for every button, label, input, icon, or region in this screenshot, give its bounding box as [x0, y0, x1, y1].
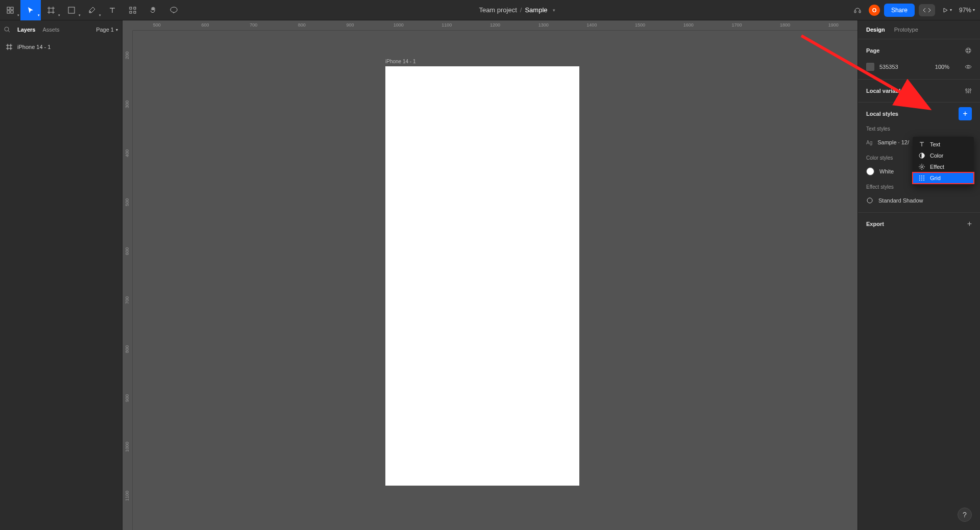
svg-point-28: [969, 51, 970, 52]
present-button[interactable]: ▾: [939, 7, 955, 13]
zoom-level[interactable]: 97% ▾: [959, 7, 975, 14]
hand-tool[interactable]: [143, 0, 163, 20]
visibility-icon[interactable]: [965, 63, 972, 70]
avatar[interactable]: O: [869, 5, 880, 16]
menu-item-effect[interactable]: Effect: [913, 161, 974, 172]
svg-point-24: [966, 48, 971, 53]
export-title: Export: [866, 221, 884, 227]
svg-point-49: [919, 175, 920, 176]
frame-label[interactable]: iPhone 14 - 1: [385, 59, 416, 64]
project-name: Team project: [479, 6, 517, 14]
add-style-menu: Text Color Effect Grid: [913, 137, 974, 186]
svg-point-27: [967, 51, 968, 52]
svg-rect-0: [7, 7, 10, 10]
background-opacity[interactable]: 100%: [935, 64, 949, 70]
audio-chat-button[interactable]: [850, 0, 865, 20]
tab-layers[interactable]: Layers: [17, 27, 35, 33]
svg-point-50: [921, 175, 922, 176]
svg-line-19: [8, 31, 10, 32]
text-styles-header: Text styles: [866, 126, 972, 132]
style-icon[interactable]: [965, 47, 972, 54]
main-menu-button[interactable]: ▾: [0, 0, 20, 20]
chevron-down-icon: ▾: [79, 13, 81, 17]
dev-mode-button[interactable]: [919, 4, 935, 16]
svg-point-34: [968, 91, 969, 93]
ruler-vertical: 20030040050060070080090010001100: [122, 31, 133, 530]
svg-point-54: [923, 178, 924, 179]
menu-item-grid[interactable]: Grid: [913, 172, 974, 184]
local-variables-title: Local variables: [866, 88, 907, 94]
page-section-title: Page: [866, 47, 879, 54]
pen-tool[interactable]: ▾: [82, 0, 102, 20]
background-hex[interactable]: 535353: [879, 64, 898, 70]
help-button[interactable]: ?: [958, 508, 972, 522]
shape-tool[interactable]: ▾: [61, 0, 82, 20]
chevron-down-icon: ▾: [38, 13, 40, 17]
canvas-frame[interactable]: [385, 66, 579, 486]
svg-line-45: [920, 165, 921, 166]
breadcrumb[interactable]: Team project / Sample ▾: [184, 6, 850, 14]
color-icon: [919, 153, 925, 159]
svg-rect-1: [11, 7, 13, 10]
add-style-button[interactable]: +: [959, 107, 972, 120]
add-export-button[interactable]: +: [967, 219, 972, 229]
breadcrumb-separator: /: [520, 6, 522, 14]
ruler-horizontal: 5006007008009001000110012001300140015001…: [133, 20, 857, 31]
local-styles-title: Local styles: [866, 111, 898, 117]
svg-rect-13: [134, 7, 136, 9]
color-swatch-icon: [866, 167, 874, 175]
text-icon: [919, 141, 925, 147]
svg-point-26: [969, 49, 970, 50]
file-name: Sample: [525, 6, 547, 14]
svg-point-51: [923, 175, 924, 176]
text-style-icon: Ag: [866, 140, 872, 145]
menu-item-color[interactable]: Color: [913, 150, 974, 161]
tab-assets[interactable]: Assets: [42, 27, 59, 33]
chevron-down-icon: ▾: [553, 8, 555, 13]
svg-rect-16: [854, 11, 856, 13]
chevron-down-icon: ▾: [17, 13, 19, 17]
svg-point-52: [919, 178, 920, 179]
svg-point-35: [970, 89, 971, 91]
move-tool[interactable]: ▾: [20, 0, 41, 20]
share-button[interactable]: Share: [884, 4, 915, 17]
tab-design[interactable]: Design: [866, 27, 885, 33]
chevron-down-icon: ▾: [950, 8, 952, 12]
effect-icon: [919, 164, 925, 170]
layer-name: iPhone 14 - 1: [17, 44, 51, 50]
svg-point-36: [867, 198, 872, 203]
settings-icon[interactable]: [965, 87, 972, 94]
svg-point-40: [921, 166, 923, 168]
effect-style-item[interactable]: Standard Shadow: [866, 195, 972, 206]
svg-line-48: [923, 165, 924, 166]
frame-tool[interactable]: ▾: [41, 0, 61, 20]
menu-item-text[interactable]: Text: [913, 139, 974, 150]
svg-point-9: [90, 11, 91, 12]
chevron-down-icon: ▾: [99, 13, 101, 17]
resources-tool[interactable]: [122, 0, 143, 20]
comment-tool[interactable]: [163, 0, 184, 20]
svg-rect-2: [7, 11, 10, 13]
background-swatch[interactable]: [866, 63, 874, 71]
text-tool[interactable]: [102, 0, 122, 20]
chevron-down-icon: ▾: [973, 8, 975, 12]
svg-point-18: [5, 27, 9, 31]
effect-icon: [866, 197, 873, 204]
canvas[interactable]: 5006007008009001000110012001300140015001…: [122, 20, 857, 530]
svg-rect-3: [11, 11, 13, 13]
svg-rect-8: [68, 7, 75, 13]
tab-prototype[interactable]: Prototype: [894, 27, 918, 33]
svg-point-25: [967, 49, 968, 50]
layer-row[interactable]: iPhone 14 - 1: [0, 39, 122, 55]
svg-point-55: [919, 180, 920, 181]
svg-point-57: [923, 180, 924, 181]
page-selector[interactable]: Page 1 ▾: [96, 27, 118, 33]
chevron-down-icon: ▾: [116, 28, 118, 32]
svg-rect-17: [859, 11, 861, 13]
svg-rect-14: [130, 11, 132, 13]
svg-point-33: [966, 89, 967, 91]
svg-point-56: [921, 180, 922, 181]
svg-line-47: [920, 168, 921, 169]
search-icon[interactable]: [4, 27, 10, 33]
frame-icon: [6, 44, 12, 50]
